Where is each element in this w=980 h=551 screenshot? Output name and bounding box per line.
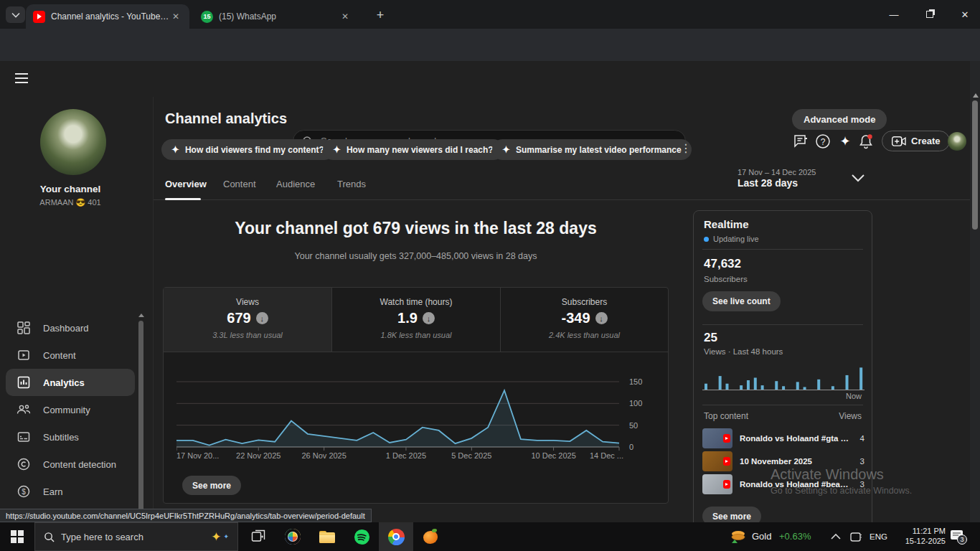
chip-how-found[interactable]: ✦ How did viewers find my content? [161, 139, 334, 160]
spotify-icon[interactable] [344, 522, 379, 551]
active-tab-underline [165, 198, 201, 200]
metric-views[interactable]: Views 679↓ 3.3L less than usual [164, 288, 331, 352]
realtime-bar-chart[interactable] [702, 362, 864, 392]
sidebar-item-dashboard[interactable]: Dashboard [0, 314, 141, 342]
svg-text:5 Dec 2025: 5 Dec 2025 [451, 451, 491, 460]
views-line-chart[interactable]: 15010050017 Nov 20...22 Nov 202526 Nov 2… [176, 369, 651, 462]
menu-icon[interactable] [14, 72, 29, 84]
chips-overflow-menu-icon[interactable]: ⋮ [680, 141, 692, 155]
youtube-favicon-icon [33, 11, 45, 23]
page-scrollbar-thumb[interactable] [972, 100, 978, 230]
sidebar-item-community[interactable]: Community [0, 396, 141, 423]
sparkle-icon[interactable]: ✦ [836, 132, 854, 151]
watch-time-value: 1.9 [397, 310, 418, 326]
search-highlights-sparkle-icon: ✦ [211, 529, 221, 545]
feedback-icon[interactable] [791, 132, 810, 151]
tab-overview[interactable]: Overview [165, 179, 207, 189]
language-indicator[interactable]: ENG [870, 522, 887, 551]
top-content-label: Top content [704, 411, 748, 421]
now-label: Now [846, 392, 862, 400]
top-content-row[interactable]: 10 November 2025 3 [702, 451, 864, 471]
channel-name-meta: ARMAAN 😎 401 [0, 198, 141, 207]
realtime-card: Realtime Updating live 47,632 Subscriber… [693, 210, 872, 531]
svg-text:10 Dec 2025: 10 Dec 2025 [531, 451, 575, 460]
fl-studio-icon[interactable] [413, 522, 448, 551]
desktop: Channel analytics - YouTube St ✕ 15 (15)… [0, 0, 980, 551]
window-close-button[interactable]: ✕ [951, 3, 979, 26]
chevron-down-icon[interactable] [851, 174, 865, 182]
see-more-button[interactable]: See more [182, 476, 241, 495]
top-content-row[interactable]: Ronaldo vs Holaand #gta #ga... 4 [702, 428, 864, 448]
account-avatar[interactable] [948, 132, 966, 151]
subscribers-value: -349 [561, 310, 590, 326]
sidebar-item-content[interactable]: Content [0, 342, 141, 369]
down-arrow-icon: ↓ [256, 312, 268, 324]
notification-center-icon[interactable]: 3 [950, 529, 969, 544]
copilot-icon[interactable] [275, 522, 310, 551]
tab-close-icon[interactable]: ✕ [169, 10, 182, 23]
create-button[interactable]: Create [882, 131, 950, 151]
sidebar-item-subtitles[interactable]: Subtitles [0, 423, 141, 451]
window-minimize-button[interactable]: — [880, 3, 908, 26]
metric-watch-time[interactable]: Watch time (hours) 1.9↓ 1.8K less than u… [331, 288, 500, 352]
svg-text:100: 100 [629, 399, 642, 408]
taskbar-search-input[interactable] [61, 532, 204, 542]
date-range-label[interactable]: Last 28 days [738, 177, 798, 189]
shorts-icon [723, 457, 730, 466]
svg-text:14 Dec ...: 14 Dec ... [590, 451, 623, 460]
svg-text:1 Dec 2025: 1 Dec 2025 [386, 451, 426, 460]
tab-close-icon[interactable]: ✕ [339, 10, 352, 23]
shorts-icon [723, 434, 730, 443]
tray-device-icon[interactable] [849, 532, 862, 542]
advanced-mode-button[interactable]: Advanced mode [792, 109, 887, 130]
browser-tab-whatsapp[interactable]: 15 (15) WhatsApp ✕ [194, 4, 359, 29]
see-live-count-button[interactable]: See live count [702, 291, 781, 311]
top-content-row[interactable]: Ronaldo vs Holaand #beamn... 3 [702, 474, 864, 494]
sidebar-scroll-up-icon[interactable] [138, 314, 144, 317]
community-icon [16, 402, 32, 418]
tray-chevron-up-icon[interactable] [831, 533, 841, 540]
notification-badge: 3 [957, 534, 967, 545]
down-arrow-icon: ↓ [423, 312, 435, 324]
tab-trends[interactable]: Trends [337, 179, 366, 189]
sparkle-icon: ✦ [333, 144, 341, 155]
gold-widget-change: +0.63% [779, 522, 811, 551]
chip-new-viewers[interactable]: ✦ How many new viewers did I reach? [323, 139, 504, 160]
new-tab-button[interactable]: + [372, 6, 389, 24]
clock-time: 11:21 PM [894, 526, 946, 536]
gold-widget-label[interactable]: Gold [752, 522, 771, 551]
taskbar: ✦ ✦ [0, 522, 980, 551]
realtime-views-value: 25 [704, 331, 717, 345]
channel-avatar[interactable] [40, 109, 106, 175]
help-icon[interactable]: ? [814, 132, 832, 151]
notifications-bell-icon[interactable] [857, 132, 875, 151]
sidebar-item-content-detection[interactable]: Content detection [0, 451, 141, 478]
views-subheadline: Your channel usually gets 327,000–485,00… [163, 251, 669, 261]
whatsapp-favicon-icon: 15 [201, 11, 213, 23]
sparkle-icon: ✦ [502, 144, 510, 155]
video-thumbnail [702, 428, 732, 448]
chrome-icon[interactable] [379, 522, 413, 551]
sidebar-item-earn[interactable]: $ Earn [0, 478, 141, 505]
create-camera-icon [892, 136, 906, 146]
tab-title: Channel analytics - YouTube St [51, 11, 169, 22]
sidebar-item-analytics[interactable]: Analytics [6, 369, 135, 396]
tab-search-button[interactable] [6, 6, 25, 23]
svg-text:?: ? [821, 137, 826, 147]
start-button[interactable] [0, 522, 34, 551]
window-restore-button[interactable] [916, 3, 943, 26]
tab-content[interactable]: Content [223, 179, 256, 189]
chip-summarise[interactable]: ✦ Summarise my latest video performance [492, 139, 692, 160]
studio-header: Studio ? ✦ Create [0, 61, 980, 97]
task-view-button[interactable] [241, 522, 275, 551]
svg-text:$: $ [22, 488, 26, 496]
tab-audience[interactable]: Audience [276, 179, 315, 189]
metric-subscribers[interactable]: Subscribers -349↓ 2.4K less than usual [500, 288, 668, 352]
scroll-up-icon[interactable] [973, 93, 979, 98]
subtitles-icon [16, 429, 32, 445]
file-explorer-icon[interactable] [310, 522, 344, 551]
clock[interactable]: 11:21 PM 15-12-2025 [894, 526, 946, 546]
taskbar-search[interactable]: ✦ ✦ [34, 522, 238, 551]
browser-tab-active[interactable]: Channel analytics - YouTube St ✕ [26, 4, 189, 29]
gold-widget-icon[interactable] [729, 528, 748, 545]
